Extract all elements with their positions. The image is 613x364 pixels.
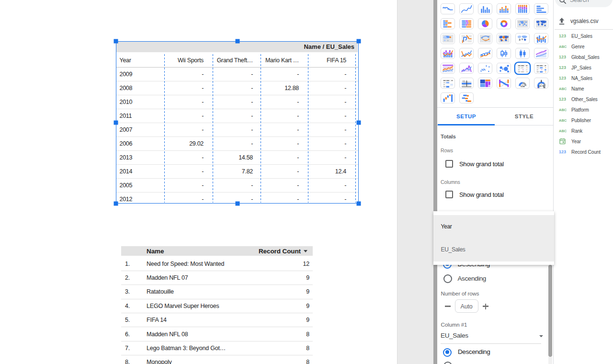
field-name: Year: [571, 138, 581, 145]
chart-type-stacked-bar-icon[interactable]: [441, 18, 455, 29]
chart-type-smoothed-line-icon[interactable]: [478, 48, 493, 59]
canvas-outside-area: [397, 0, 433, 364]
chart-type-stacked-column-icon[interactable]: [497, 3, 511, 14]
row-number: 6.: [121, 331, 130, 338]
chart-type-donut-icon[interactable]: [497, 18, 511, 29]
chart-type-smoothed-area-icon[interactable]: [534, 48, 549, 59]
search-input[interactable]: Search: [555, 0, 613, 7]
chart-type-pivot-table-bars-icon[interactable]: [534, 63, 549, 74]
table-component[interactable]: Name Record Count 1.Need for Speed: Most…: [121, 246, 313, 364]
columns-label: Columns: [441, 179, 460, 185]
field-row-genre[interactable]: ABCGenre: [554, 41, 613, 52]
chart-type-filled-geo-map-icon[interactable]: [534, 18, 549, 29]
chart-type-choropleth-map-icon[interactable]: [515, 33, 530, 44]
field-row-jp-sales[interactable]: 123JP_Sales: [554, 62, 613, 73]
chart-type-smoothed-time-series-icon[interactable]: [459, 3, 474, 14]
field-row-record-count[interactable]: 123Record Count: [554, 147, 613, 157]
chart-type-stacked-bar-100-icon[interactable]: [459, 18, 474, 29]
selection-handle[interactable]: [357, 39, 361, 44]
chart-type-line-icon[interactable]: [459, 48, 474, 59]
record-count-cell: 9: [255, 288, 313, 295]
column-guide[interactable]: [261, 54, 261, 203]
field-type-date-icon: [559, 139, 566, 144]
chart-type-gantt-icon[interactable]: [459, 92, 474, 103]
field-row-name[interactable]: ABCName: [554, 83, 613, 94]
chart-type-column-icon[interactable]: [478, 3, 493, 14]
table-row: 8.Monopoly8: [121, 355, 313, 364]
name-cell: Madden NFL 07: [147, 274, 255, 281]
column-sort-field-select[interactable]: EU_Sales: [441, 332, 468, 339]
chart-type-waterfall-icon[interactable]: [441, 92, 455, 103]
chart-type-bubble-icon[interactable]: [497, 63, 511, 74]
field-name: Rank: [571, 127, 582, 134]
field-type-text-icon: ABC: [559, 44, 566, 49]
columns-grand-total-checkbox[interactable]: [445, 191, 453, 198]
selection-handle[interactable]: [114, 202, 118, 206]
tab-setup[interactable]: SETUP: [437, 109, 495, 125]
name-column-header[interactable]: Name: [147, 248, 255, 255]
chart-type-stacked-column-100-icon[interactable]: [515, 3, 530, 14]
chart-type-timespan-icon[interactable]: [459, 78, 474, 89]
selection-handle[interactable]: [357, 202, 361, 206]
chart-type-pivot-table-heatmap-icon[interactable]: [441, 78, 455, 89]
field-row-rank[interactable]: ABCRank: [554, 125, 613, 136]
chart-type-heat-geo-map-icon[interactable]: [441, 33, 455, 44]
selection-handle[interactable]: [114, 39, 118, 44]
field-row-eu-sales[interactable]: 123EU_Sales: [554, 31, 613, 41]
chart-type-treemap-icon[interactable]: [478, 78, 493, 89]
chart-type-gauge-icon[interactable]: 111K: [515, 78, 530, 89]
table-row: 6.Madden NFL 088: [121, 327, 313, 341]
field-row-platform[interactable]: ABCPlatform: [554, 104, 613, 115]
column-guide[interactable]: [308, 54, 308, 203]
row-sort-ascending-radio[interactable]: [443, 274, 452, 283]
column-guide[interactable]: [355, 54, 356, 203]
chart-type-geo-bubble-map-icon[interactable]: [515, 18, 530, 29]
table-row: 1.Need for Speed: Most Wanted12: [121, 257, 313, 271]
selection-handle[interactable]: [357, 120, 361, 125]
chart-type-area-icon[interactable]: [459, 63, 474, 74]
increase-rows-icon-v: [485, 304, 486, 309]
active-tab-indicator: [438, 124, 495, 125]
chart-type-flow-map-icon[interactable]: [478, 33, 493, 44]
chart-type-google-map-bubbles-icon[interactable]: [497, 33, 511, 44]
field-row-na-sales[interactable]: 123NA_Sales: [554, 73, 613, 83]
record-count-cell: 8: [255, 345, 313, 352]
chart-type-combo-icon[interactable]: [534, 33, 549, 44]
column-guide[interactable]: [213, 54, 213, 203]
number-of-rows-value[interactable]: Auto: [455, 299, 478, 313]
dropdown-item-eu-sales[interactable]: EU_Sales: [433, 238, 554, 262]
chart-type-bar-icon[interactable]: [534, 3, 549, 14]
field-row-global-sales[interactable]: 123Global_Sales: [554, 52, 613, 62]
chart-type-candlestick-hollow-icon[interactable]: [497, 48, 511, 59]
rows-grand-total-checkbox[interactable]: [445, 160, 453, 168]
chart-type-pie-icon[interactable]: [478, 18, 493, 29]
chart-type-stacked-combo-icon[interactable]: [441, 48, 455, 59]
selection-handle[interactable]: [235, 202, 239, 206]
selection-handle[interactable]: [114, 120, 118, 125]
chart-type-candlestick-icon[interactable]: [515, 48, 530, 59]
chart-type-scatter-icon[interactable]: [478, 63, 493, 74]
chart-type-time-series-icon[interactable]: [441, 3, 455, 14]
record-count-column-header[interactable]: Record Count: [255, 248, 313, 255]
panel-scrollbar-thumb[interactable]: [548, 265, 552, 357]
pivot-table-component[interactable]: Name / EU_Sales YearWii SportsGrand Thef…: [116, 41, 359, 204]
field-row-other-sales[interactable]: 123Other_Sales: [554, 94, 613, 104]
chart-type-stacked-area-icon[interactable]: [441, 63, 455, 74]
chart-type-route-map-icon[interactable]: [459, 33, 474, 44]
decrease-rows-icon[interactable]: [445, 306, 451, 307]
canvas-vertical-scrollbar[interactable]: [433, 0, 437, 364]
panel-scrollbar-track: [548, 357, 552, 364]
chart-type-pivot-table-icon[interactable]: [515, 63, 530, 74]
field-row-publisher[interactable]: ABCPublisher: [554, 115, 613, 125]
column-sort-descending-radio[interactable]: [443, 348, 452, 357]
data-source-row[interactable]: vgsales.csv: [554, 17, 613, 25]
column-guide[interactable]: [164, 54, 165, 203]
chart-type-gauge-dial-icon[interactable]: 222.7K: [534, 78, 549, 89]
tab-style[interactable]: STYLE: [495, 109, 553, 125]
name-cell: FIFA 14: [147, 317, 255, 323]
selection-handle[interactable]: [235, 39, 239, 44]
field-row-year[interactable]: Year: [554, 136, 613, 147]
chart-type-sankey-icon[interactable]: [497, 78, 511, 89]
dropdown-item-year[interactable]: Year: [433, 215, 554, 239]
column-sort-ascending-radio[interactable]: [443, 362, 452, 364]
